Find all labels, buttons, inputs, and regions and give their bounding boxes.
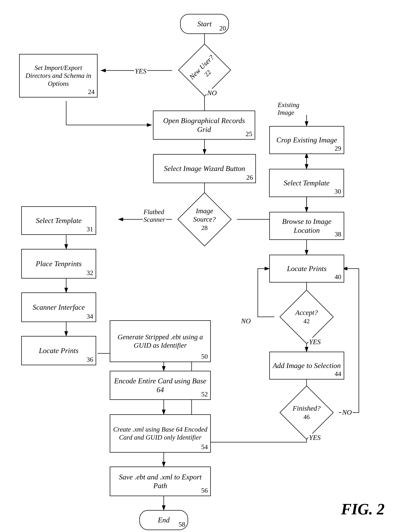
generate-stripped-num: 50 [201, 352, 208, 360]
scanner-interface-node: Scanner Interface 34 [21, 292, 96, 322]
select-template-31-num: 31 [87, 225, 93, 233]
save-ebt-num: 56 [201, 487, 208, 494]
select-template-30-node: Select Template 30 [269, 169, 344, 197]
select-template-31-label: Select Template [33, 215, 84, 226]
place-tenprints-num: 32 [87, 269, 93, 277]
flatbed-label: FlatbedScanner [143, 208, 166, 223]
open-bio-num: 25 [246, 130, 252, 138]
set-import-label: Set Import/Export Directors and Schema i… [20, 63, 97, 89]
start-num: 20 [219, 24, 226, 32]
locate-prints-40-node: Locate Prints 40 [269, 255, 344, 282]
select-template-30-label: Select Template [281, 177, 332, 189]
save-ebt-node: Save .ebt and .xml to Export Path 56 [110, 467, 211, 496]
set-import-num: 24 [88, 88, 95, 96]
finished-yes-label: YES [308, 433, 321, 442]
crop-existing-num: 29 [335, 144, 341, 152]
end-label: End [155, 514, 172, 526]
generate-stripped-label: Generate Stripped .ebt using a GUID as I… [110, 332, 210, 351]
browse-image-label: Browse to Image Location [270, 216, 344, 236]
finished-diamond: Finished?46 [275, 393, 338, 432]
finished-no-label: NO [341, 408, 353, 416]
scanner-interface-label: Scanner Interface [30, 301, 87, 313]
image-source-diamond: Image Source?28 [172, 200, 237, 238]
select-wizard-num: 26 [246, 173, 253, 181]
accept-yes-label: YES [308, 338, 321, 346]
add-image-label: Add Image to Selection [270, 360, 343, 371]
select-wizard-node: Select Image Wizard Button 26 [153, 154, 256, 183]
create-xml-num: 54 [201, 443, 208, 451]
set-import-node: Set Import/Export Directors and Schema i… [19, 54, 98, 98]
end-num: 58 [178, 521, 185, 528]
add-image-node: Add Image to Selection 44 [269, 352, 344, 379]
accept-diamond: Accept?42 [276, 298, 337, 336]
accept-no-label: NO [240, 317, 251, 325]
open-bio-node: Open Biographical Records Grid 25 [153, 110, 255, 140]
place-tenprints-label: Place Tenprints [33, 258, 84, 270]
locate-prints-36-num: 36 [87, 356, 93, 363]
new-user-diamond: New User?22 [178, 51, 231, 89]
locate-prints-40-num: 40 [335, 273, 341, 281]
locate-prints-36-node: Locate Prints 36 [21, 336, 96, 365]
crop-existing-node: Crop Existing Image 29 [269, 126, 344, 154]
browse-image-node: Browse to Image Location 38 [269, 212, 344, 240]
fig-label: FIG. 2 [341, 500, 385, 518]
start-node: Start 20 [180, 14, 229, 34]
open-bio-label: Open Biographical Records Grid [153, 115, 255, 135]
place-tenprints-node: Place Tenprints 32 [21, 249, 96, 279]
generate-stripped-node: Generate Stripped .ebt using a GUID as I… [110, 320, 211, 362]
add-image-num: 44 [335, 370, 341, 378]
browse-image-num: 38 [335, 230, 341, 238]
encode-card-label: Encode Entire Card using Base 64 [110, 375, 210, 396]
crop-existing-label: Crop Existing Image [274, 134, 340, 146]
create-xml-node: Create .xml using Base 64 Encoded Card a… [110, 414, 211, 453]
encode-card-node: Encode Entire Card using Base 64 52 [110, 371, 211, 400]
encode-card-num: 52 [201, 390, 208, 398]
end-node: End 58 [139, 510, 188, 530]
select-template-30-num: 30 [335, 188, 341, 195]
yes1-label: YES [134, 67, 147, 75]
locate-prints-40-label: Locate Prints [284, 263, 329, 274]
no1-label: NO [206, 89, 218, 97]
locate-prints-36-label: Locate Prints [37, 345, 81, 356]
start-label: Start [195, 18, 214, 30]
scanner-interface-num: 34 [87, 313, 93, 320]
create-xml-label: Create .xml using Base 64 Encoded Card a… [110, 424, 210, 443]
select-wizard-label: Select Image Wizard Button [161, 163, 248, 174]
save-ebt-label: Save .ebt and .xml to Export Path [110, 471, 210, 492]
select-template-31-node: Select Template 31 [21, 206, 96, 235]
existing-image-label: ExistingImage [277, 101, 300, 116]
